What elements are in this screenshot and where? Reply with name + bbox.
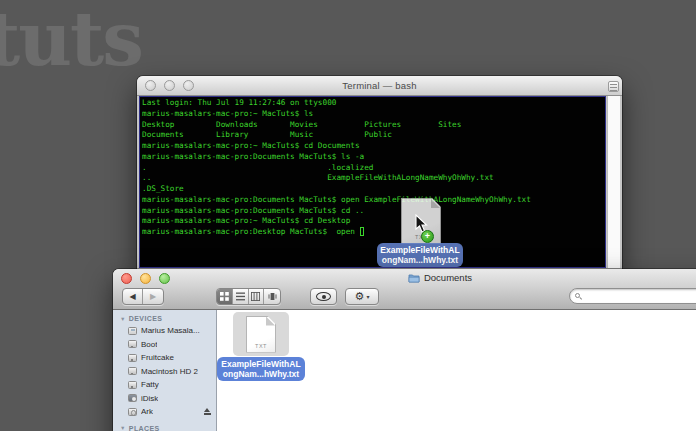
quick-look-button[interactable] xyxy=(310,288,337,305)
finder-header: Documents ◀ ▶ xyxy=(113,269,696,310)
close-button[interactable] xyxy=(145,80,156,91)
coverflow-view-button[interactable] xyxy=(264,289,280,304)
search-icon xyxy=(575,293,582,300)
hard-drive-icon xyxy=(128,367,137,375)
back-button[interactable]: ◀ xyxy=(123,289,143,304)
sidebar-devices-header: ▼ DEVICES xyxy=(113,313,216,324)
finder-window: Documents ◀ ▶ xyxy=(113,269,696,431)
chevron-down-icon: ▾ xyxy=(366,293,369,300)
close-button[interactable] xyxy=(121,273,132,284)
zoom-button[interactable] xyxy=(159,273,170,284)
search-input[interactable] xyxy=(582,292,696,301)
minimize-button[interactable] xyxy=(164,80,175,91)
terminal-line: marius-masalars-mac-pro:Documents MacTut… xyxy=(142,152,605,163)
terminal-line: marius-masalars-mac-pro:Documents MacTut… xyxy=(142,206,605,217)
search-field[interactable] xyxy=(569,288,696,304)
forward-button[interactable]: ▶ xyxy=(143,289,163,304)
terminal-output: Last login: Thu Jul 19 11:27:46 on ttys0… xyxy=(140,97,605,238)
txt-file-icon[interactable]: TXT xyxy=(246,316,276,353)
finder-window-title: Documents xyxy=(113,272,696,285)
computer-icon xyxy=(128,327,137,335)
hard-drive-icon xyxy=(128,354,137,362)
file-name-label[interactable]: ExampleFileWithAL ongNam...hWhy.txt xyxy=(217,357,305,381)
sidebar-places-header: ▼ PLACES xyxy=(113,423,216,431)
eject-icon[interactable] xyxy=(203,408,211,416)
list-view-button[interactable] xyxy=(233,289,249,304)
idisk-icon xyxy=(128,394,137,402)
file-icon-selection: TXT xyxy=(233,312,289,356)
terminal-prompt-line: marius-masalars-mac-pro:Desktop MacTuts$… xyxy=(142,227,605,238)
eye-icon xyxy=(316,292,331,301)
terminal-traffic-lights xyxy=(145,80,194,91)
terminal-line: . .localized xyxy=(142,163,605,174)
terminal-line: marius-masalars-mac-pro:Documents MacTut… xyxy=(142,195,605,206)
terminal-line: Documents Library Music Public xyxy=(142,130,605,141)
sidebar-item-idisk[interactable]: iDisk xyxy=(113,392,216,406)
hard-drive-icon xyxy=(128,381,137,389)
terminal-window: Terminal — bash Last login: Thu Jul 19 1… xyxy=(137,76,622,270)
icon-view-button[interactable] xyxy=(217,289,233,304)
file-item-selected[interactable]: TXT ExampleFileWithAL ongNam...hWhy.txt xyxy=(217,312,305,381)
view-switcher xyxy=(216,288,281,305)
sidebar-item-ark[interactable]: Ark xyxy=(113,405,216,419)
terminal-scrollbar[interactable] xyxy=(607,96,621,268)
terminal-titlebar[interactable]: Terminal — bash xyxy=(137,76,622,96)
nav-buttons: ◀ ▶ xyxy=(122,288,164,305)
terminal-cursor xyxy=(360,227,365,236)
zoom-button[interactable] xyxy=(183,80,194,91)
terminal-line: marius-masalars-mac-pro:~ MacTuts$ cd Do… xyxy=(142,141,605,152)
finder-titlebar[interactable]: Documents xyxy=(113,269,696,285)
sidebar-item-fatty[interactable]: Fatty xyxy=(113,378,216,392)
terminal-line: Last login: Thu Jul 19 11:27:46 on ttys0… xyxy=(142,98,605,109)
minimize-button[interactable] xyxy=(140,273,151,284)
terminal-line: Desktop Downloads Movies Pictures Sites xyxy=(142,120,605,131)
terminal-line: .. ExampleFileWithALongNameWhyOhWhy.txt xyxy=(142,173,605,184)
sidebar-item-fruitcake[interactable]: Fruitcake xyxy=(113,351,216,365)
sidebar-item-macintosh-hd-2[interactable]: Macintosh HD 2 xyxy=(113,365,216,379)
terminal-line: marius-masalars-mac-pro:~ MacTuts$ ls xyxy=(142,109,605,120)
removable-disk-icon xyxy=(128,408,137,416)
column-view-button[interactable] xyxy=(249,289,265,304)
finder-body: ▼ DEVICES Marius Masala... Boot Fruitcak… xyxy=(113,310,696,431)
dragged-file-label: ExampleFileWithAL ongNam...hWhy.txt xyxy=(377,243,463,267)
disclosure-triangle-icon[interactable]: ▼ xyxy=(120,316,126,322)
desktop-background: tuts Terminal — bash Last login: Thu Jul… xyxy=(0,0,696,431)
tuts-watermark: tuts xyxy=(0,2,142,76)
scrollbar-top-widget[interactable] xyxy=(608,81,619,92)
disclosure-triangle-icon[interactable]: ▼ xyxy=(120,425,126,431)
finder-sidebar: ▼ DEVICES Marius Masala... Boot Fruitcak… xyxy=(113,310,217,431)
terminal-line: .DS_Store xyxy=(142,184,605,195)
copy-plus-badge-icon: + xyxy=(421,230,434,243)
terminal-content[interactable]: Last login: Thu Jul 19 11:27:46 on ttys0… xyxy=(139,96,606,268)
action-menu-button[interactable]: ⚙▾ xyxy=(345,288,379,305)
finder-icon-view[interactable]: TXT ExampleFileWithAL ongNam...hWhy.txt xyxy=(217,310,696,431)
finder-toolbar: ◀ ▶ xyxy=(113,288,696,308)
sidebar-item-marius-masalar[interactable]: Marius Masala... xyxy=(113,324,216,338)
finder-traffic-lights xyxy=(121,273,170,284)
terminal-line: marius-masalars-mac-pro:~ MacTuts$ cd De… xyxy=(142,216,605,227)
sidebar-item-boot[interactable]: Boot xyxy=(113,338,216,352)
gear-icon: ⚙ xyxy=(355,290,365,303)
page-fold xyxy=(266,317,275,326)
hard-drive-icon xyxy=(128,340,137,348)
folder-proxy-icon[interactable] xyxy=(408,273,420,285)
terminal-window-title: Terminal — bash xyxy=(137,80,622,91)
